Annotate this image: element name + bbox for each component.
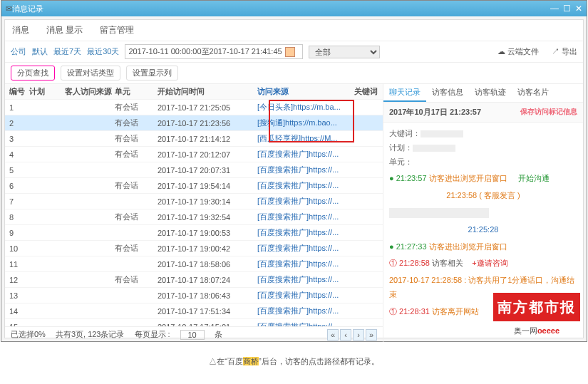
- cell-visitsrc: [百度搜索推广]https://...: [257, 212, 354, 222]
- detail-pane: 聊天记录 访客信息 访客轨迹 访客名片 2017年10月17日 21:23:57…: [383, 84, 583, 342]
- tab-visitorcard[interactable]: 访客名片: [512, 84, 555, 102]
- tab-visitortrack[interactable]: 访客轨迹: [469, 84, 512, 102]
- tab-chatlog[interactable]: 聊天记录: [383, 84, 426, 102]
- table-row[interactable]: 142017-10-17 17:51:34[百度搜索推广]https://...: [5, 303, 383, 319]
- pill-paging[interactable]: 分页查找: [11, 66, 55, 81]
- tb-default[interactable]: 默认: [32, 46, 48, 57]
- table-row[interactable]: 3有会话2017-10-17 21:14:12[西瓜轻享视]https://M.…: [5, 131, 383, 147]
- cell-visitsrc: [百度搜索推广]https://...: [257, 259, 354, 269]
- sub-toolbar: 分页查找 设置对话类型 设置显示列: [5, 63, 583, 84]
- ev7-text: 访客离开网站: [432, 307, 479, 316]
- filter-select[interactable]: 全部: [309, 46, 380, 58]
- maximize-icon[interactable]: ☐: [563, 4, 571, 14]
- close-icon[interactable]: ✕: [575, 4, 582, 14]
- cell-visitsrc: [百度搜索推广]https://...: [257, 290, 354, 301]
- col-keyword[interactable]: 关键词: [354, 86, 383, 97]
- cell-time: 2017-10-17 20:12:07: [158, 150, 257, 159]
- cell-index: 6: [5, 182, 29, 190]
- nav-leavemsg[interactable]: 留言管理: [100, 24, 134, 36]
- table-row[interactable]: 10有会话2017-10-17 19:00:42[百度搜索推广]https://…: [5, 241, 383, 256]
- cell-unit: 有会话: [115, 133, 158, 144]
- cell-index: 7: [5, 197, 29, 206]
- table-row[interactable]: 2有会话2017-10-17 21:23:56[搜狗通]https://m.ba…: [5, 115, 383, 131]
- table-row[interactable]: 1有会话2017-10-17 21:25:05[今日头条]https://m.b…: [5, 100, 383, 115]
- cell-time: 2017-10-17 19:30:14: [158, 197, 257, 206]
- table-row[interactable]: 132017-10-17 18:06:43[百度搜索推广]https://...: [5, 288, 383, 303]
- pill-chattype[interactable]: 设置对话类型: [61, 66, 120, 81]
- app-window: ✉ 消息记录 — ☐ ✕ 消息 消息 显示 留言管理 公司 默认 最近7天 最近…: [1, 0, 587, 342]
- lbl-plan: 计划：: [389, 143, 413, 152]
- tab-visitorinfo[interactable]: 访客信息: [426, 84, 469, 102]
- lbl-keyword: 大键词：: [389, 129, 421, 137]
- cell-index: 14: [5, 307, 29, 316]
- ev4-text: 访客进出浏览开启窗口: [429, 242, 507, 251]
- table-row[interactable]: 4有会话2017-10-17 20:12:07[百度搜索推广]https://.…: [5, 147, 383, 162]
- cell-visitsrc: [西瓜轻享视]https://M...: [257, 133, 354, 144]
- cell-index: 4: [5, 150, 29, 159]
- tb-company[interactable]: 公司: [11, 46, 26, 57]
- col-unit[interactable]: 单元: [115, 86, 158, 97]
- cell-index: 12: [5, 276, 29, 284]
- col-time[interactable]: 开始访问时间: [158, 86, 257, 97]
- cell-unit: 有会话: [115, 212, 158, 222]
- table-row[interactable]: 12有会话2017-10-17 18:07:24[百度搜索推广]https://…: [5, 272, 383, 288]
- export-button[interactable]: ↗ 导出: [552, 46, 577, 57]
- cell-time: 2017-10-17 18:07:24: [158, 276, 257, 284]
- cell-index: 9: [5, 229, 29, 237]
- table-row[interactable]: 6有会话2017-10-17 19:54:14[百度搜索推广]https://.…: [5, 178, 383, 194]
- cell-visitsrc: [百度搜索推广]https://...: [257, 196, 354, 207]
- app-body: 消息 消息 显示 留言管理 公司 默认 最近7天 最近30天 2017-10-1…: [4, 19, 584, 338]
- pager: « ‹ › »: [327, 329, 377, 341]
- page-last-icon[interactable]: »: [366, 329, 377, 341]
- nav-display[interactable]: 消息 显示: [46, 24, 83, 36]
- save-tag-link[interactable]: 保存访问标记信息: [520, 107, 577, 118]
- watermark-bar: 南方都市报: [493, 293, 580, 321]
- col-source[interactable]: 客人访问来源: [65, 86, 115, 97]
- cell-visitsrc: [百度搜索推广]https://...: [257, 274, 354, 285]
- cell-time: 2017-10-17 19:00:42: [158, 244, 257, 253]
- calendar-icon[interactable]: [285, 47, 295, 57]
- page-next-icon[interactable]: ›: [353, 329, 364, 341]
- table-row[interactable]: 8有会话2017-10-17 19:32:54[百度搜索推广]https://.…: [5, 209, 383, 225]
- cell-visitsrc: [百度搜索推广]https://...: [257, 321, 354, 326]
- tb-7days[interactable]: 最近7天: [53, 46, 81, 57]
- table-row[interactable]: 152017-10-17 17:15:01[百度搜索推广]https://...: [5, 319, 383, 326]
- minimize-icon[interactable]: —: [550, 4, 559, 14]
- cell-visitsrc: [百度搜索推广]https://...: [257, 243, 354, 254]
- cell-unit: 有会话: [115, 274, 158, 285]
- table-row[interactable]: 112017-10-17 18:58:06[百度搜索推广]https://...: [5, 256, 383, 272]
- detail-header: 2017年10月17日 21:23:57 保存访问标记信息: [383, 103, 583, 123]
- cell-index: 3: [5, 135, 29, 143]
- window-title: 消息记录: [12, 4, 43, 14]
- table-pane: 编号 计划 客人访问来源 单元 开始访问时间 访问来源 关键词 1有会话2017…: [5, 84, 383, 342]
- pill-columns[interactable]: 设置显示列: [126, 66, 178, 81]
- ev1-time: ● 21:23:57: [389, 174, 427, 182]
- page-prev-icon[interactable]: ‹: [340, 329, 351, 341]
- cloud-files[interactable]: ☁ 云端文件: [497, 46, 539, 57]
- nav-messages[interactable]: 消息: [12, 24, 29, 36]
- table-row[interactable]: 72017-10-17 19:30:14[百度搜索推广]https://...: [5, 194, 383, 209]
- cell-time: 2017-10-17 19:54:14: [158, 182, 257, 190]
- col-index[interactable]: 编号: [5, 86, 29, 97]
- page-first-icon[interactable]: «: [327, 329, 339, 341]
- toolbar: 公司 默认 最近7天 最近30天 2017-10-11 00:00:00至201…: [5, 41, 583, 63]
- val-plan: [413, 145, 455, 152]
- cell-time: 2017-10-17 21:23:56: [158, 119, 257, 128]
- cell-index: 5: [5, 166, 29, 175]
- date-range-input[interactable]: 2017-10-11 00:00:00至2017-10-17 21:41:45: [125, 44, 303, 59]
- col-visitsrc[interactable]: 访问来源: [257, 86, 354, 97]
- date-range-text: 2017-10-11 00:00:00至2017-10-17 21:41:45: [128, 46, 282, 57]
- pgsize-input[interactable]: 10: [180, 330, 205, 340]
- pgsize-suffix: 条: [215, 329, 222, 340]
- cell-time: 2017-10-17 17:51:34: [158, 307, 257, 316]
- selected-pct: 已选择0%: [11, 329, 46, 340]
- tb-30days[interactable]: 最近30天: [87, 46, 119, 57]
- table-header: 编号 计划 客人访问来源 单元 开始访问时间 访问来源 关键词: [5, 84, 383, 100]
- col-plan[interactable]: 计划: [29, 86, 65, 97]
- table-row[interactable]: 92017-10-17 19:00:53[百度搜索推广]https://...: [5, 225, 383, 241]
- table-row[interactable]: 52017-10-17 20:07:31[百度搜索推广]https://...: [5, 162, 383, 178]
- cell-index: 11: [5, 260, 29, 269]
- cell-time: 2017-10-17 19:00:53: [158, 229, 257, 237]
- lbl-unit: 单元：: [389, 157, 413, 166]
- content: 编号 计划 客人访问来源 单元 开始访问时间 访问来源 关键词 1有会话2017…: [5, 84, 583, 342]
